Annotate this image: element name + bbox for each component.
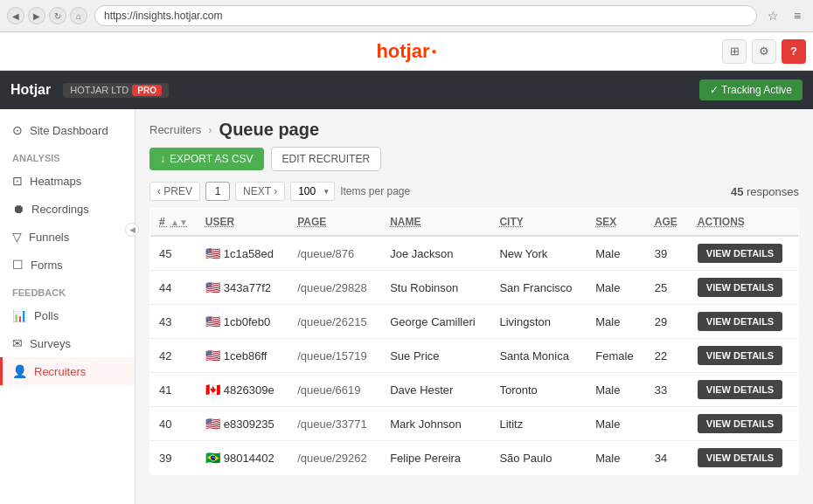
menu-button[interactable]: ≡: [789, 7, 806, 24]
cell-num: 44: [150, 271, 197, 305]
view-details-button[interactable]: VIEW DETAILS: [698, 414, 782, 433]
total-responses: 45 responses: [731, 185, 799, 198]
cell-num: 43: [150, 305, 197, 339]
sidebar: ◀ ⊙ Site Dashboard ANALYSIS ⊡ Heatmaps ⏺…: [0, 109, 136, 504]
cell-name: Sue Price: [381, 339, 490, 373]
tracking-active-button[interactable]: ✓ Tracking Active: [699, 79, 803, 100]
cell-page: /queue/33771: [288, 407, 381, 441]
sidebar-item-polls[interactable]: 📊 Polls: [0, 301, 135, 329]
cell-user: 🇺🇸1ceb86ff: [197, 339, 288, 373]
cell-user: 🇧🇷98014402: [197, 441, 288, 475]
per-page-select-wrapper: 100 50 25: [290, 182, 335, 201]
bookmark-button[interactable]: ☆: [764, 7, 782, 24]
prev-page-button[interactable]: ‹ PREV: [149, 182, 200, 201]
cell-user: 🇺🇸343a77f2: [197, 271, 288, 305]
sidebar-item-recordings-label: Recordings: [31, 203, 89, 216]
table-row: 39 🇧🇷98014402 /queue/29262 Felipe Pereir…: [150, 441, 799, 475]
cell-city: São Paulo: [490, 441, 587, 475]
col-header-num[interactable]: # ▲▼: [150, 209, 197, 237]
sidebar-item-forms[interactable]: ☐ Forms: [0, 251, 135, 279]
col-header-user[interactable]: USER: [197, 209, 288, 237]
view-details-button[interactable]: VIEW DETAILS: [698, 448, 782, 467]
col-header-actions: ACTIONS: [689, 209, 799, 237]
dashboard-icon: ⊙: [12, 123, 23, 137]
sidebar-item-dashboard[interactable]: ⊙ Site Dashboard: [0, 116, 135, 144]
cell-name: George Camilleri: [381, 305, 490, 339]
cell-name: Felipe Pereira: [381, 441, 490, 475]
url-bar[interactable]: https://insights.hotjar.com: [94, 5, 757, 26]
sidebar-item-recordings[interactable]: ⏺ Recordings: [0, 195, 135, 223]
screen-icon-button[interactable]: ⊞: [722, 39, 747, 64]
cell-sex: Female: [587, 339, 646, 373]
cell-actions: VIEW DETAILS: [689, 373, 799, 407]
sidebar-collapse-button[interactable]: ◀: [125, 223, 136, 237]
table-row: 45 🇺🇸1c1a58ed /queue/876 Joe Jackson New…: [150, 236, 799, 271]
sidebar-item-forms-label: Forms: [31, 259, 63, 272]
cell-city: Livingston: [490, 305, 587, 339]
sidebar-item-heatmaps-label: Heatmaps: [30, 175, 81, 188]
help-icon-button[interactable]: ?: [782, 39, 806, 64]
col-header-age[interactable]: AGE: [646, 209, 689, 237]
view-details-button[interactable]: VIEW DETAILS: [698, 278, 782, 297]
cell-page: /queue/29262: [288, 441, 381, 475]
export-icon: ↓: [160, 153, 165, 165]
app-brand: Hotjar: [10, 82, 51, 98]
view-details-button[interactable]: VIEW DETAILS: [698, 380, 782, 399]
view-details-button[interactable]: VIEW DETAILS: [698, 346, 782, 365]
cell-age: 34: [646, 441, 689, 475]
cell-sex: Male: [587, 407, 646, 441]
cell-sex: Male: [587, 305, 646, 339]
table-row: 40 🇺🇸e8309235 /queue/33771 Mark Johnson …: [150, 407, 799, 441]
org-selector[interactable]: HOTJAR LTD PRO: [63, 83, 169, 98]
cell-age: 22: [646, 339, 689, 373]
sidebar-item-surveys[interactable]: ✉ Surveys: [0, 329, 135, 357]
sidebar-item-funnels-label: Funnels: [29, 231, 69, 244]
browser-chrome: ◀ ▶ ↻ ⌂ https://insights.hotjar.com ☆ ≡: [0, 0, 813, 32]
current-page-display: 1: [205, 182, 230, 201]
cell-num: 42: [150, 339, 197, 373]
polls-icon: 📊: [12, 308, 27, 322]
breadcrumb-separator: ›: [208, 123, 212, 136]
browser-nav-buttons: ◀ ▶ ↻ ⌂: [7, 7, 87, 24]
cell-age: 39: [646, 236, 689, 271]
sidebar-item-heatmaps[interactable]: ⊡ Heatmaps: [0, 167, 135, 195]
col-header-page[interactable]: PAGE: [288, 209, 381, 237]
cell-num: 45: [150, 236, 197, 271]
breadcrumb-parent-link[interactable]: Recruiters: [149, 123, 201, 136]
cell-actions: VIEW DETAILS: [689, 271, 799, 305]
content-area: Recruiters › Queue page ↓ EXPORT AS CSV …: [136, 109, 813, 504]
col-header-sex[interactable]: SEX: [587, 209, 646, 237]
surveys-icon: ✉: [12, 336, 23, 350]
home-button[interactable]: ⌂: [70, 7, 87, 24]
page-title: Queue page: [219, 120, 319, 140]
next-page-button[interactable]: NEXT ›: [235, 182, 285, 201]
cell-name: Mark Johnson: [381, 407, 490, 441]
export-csv-button[interactable]: ↓ EXPORT AS CSV: [149, 148, 264, 170]
cell-actions: VIEW DETAILS: [689, 236, 799, 271]
data-table: # ▲▼ USER PAGE NAME CITY SEX AGE ACTIONS…: [149, 208, 799, 475]
back-button[interactable]: ◀: [7, 7, 24, 24]
table-header-row: # ▲▼ USER PAGE NAME CITY SEX AGE ACTIONS: [150, 209, 799, 237]
pagination-bar: ‹ PREV 1 NEXT › 100 50 25 Items per page…: [149, 182, 799, 201]
recordings-icon: ⏺: [12, 202, 24, 216]
col-header-city[interactable]: CITY: [490, 209, 587, 237]
col-header-name[interactable]: NAME: [381, 209, 490, 237]
funnels-icon: ▽: [12, 230, 22, 244]
view-details-button[interactable]: VIEW DETAILS: [698, 244, 782, 263]
hotjar-logo: hotjar●: [376, 40, 436, 63]
edit-recruiter-button[interactable]: EDIT RECRUITER: [271, 147, 381, 171]
sidebar-item-funnels[interactable]: ▽ Funnels: [0, 223, 135, 251]
per-page-select[interactable]: 100 50 25: [290, 182, 335, 201]
forward-button[interactable]: ▶: [28, 7, 45, 24]
sidebar-item-recruiters[interactable]: 👤 Recruiters: [0, 357, 135, 385]
table-row: 42 🇺🇸1ceb86ff /queue/15719 Sue Price San…: [150, 339, 799, 373]
cell-user: 🇺🇸1c1a58ed: [197, 236, 288, 271]
view-details-button[interactable]: VIEW DETAILS: [698, 312, 782, 331]
hotjar-topnav: hotjar● ⊞ ⚙ ?: [0, 32, 813, 71]
cell-actions: VIEW DETAILS: [689, 441, 799, 475]
settings-icon-button[interactable]: ⚙: [752, 39, 776, 64]
topnav-right-controls: ⊞ ⚙ ?: [722, 39, 806, 64]
refresh-button[interactable]: ↻: [49, 7, 66, 24]
cell-page: /queue/29828: [288, 271, 381, 305]
cell-num: 39: [150, 441, 197, 475]
